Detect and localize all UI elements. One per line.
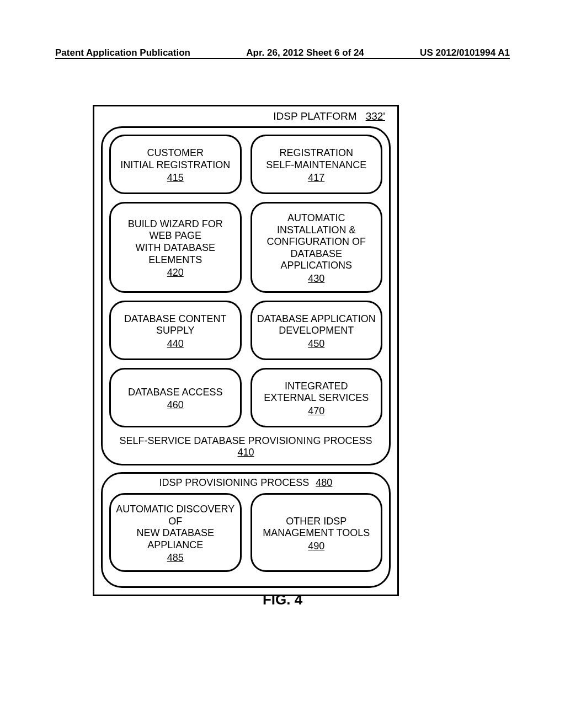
pub-type: Patent Application Publication bbox=[55, 47, 190, 58]
integrated-external-services-box: INTEGRATED EXTERNAL SERVICES 470 bbox=[250, 368, 383, 427]
box-ref: 485 bbox=[167, 552, 184, 564]
pub-number: US 2012/0101994 A1 bbox=[420, 47, 510, 58]
group2-row-0: AUTOMATIC DISCOVERY OF NEW DATABASE APPL… bbox=[109, 493, 382, 572]
box-label: AUTOMATIC DISCOVERY OF NEW DATABASE APPL… bbox=[115, 504, 236, 551]
database-access-box: DATABASE ACCESS 460 bbox=[109, 368, 242, 427]
group1-row-2: DATABASE CONTENT SUPPLY 440 DATABASE APP… bbox=[109, 301, 382, 360]
group1-row-1: BUILD WIZARD FOR WEB PAGE WITH DATABASE … bbox=[109, 202, 382, 293]
customer-initial-registration-box: CUSTOMER INITIAL REGISTRATION 415 bbox=[109, 135, 242, 194]
box-ref: 417 bbox=[308, 172, 324, 184]
date-sheet: Apr. 26, 2012 Sheet 6 of 24 bbox=[246, 47, 364, 58]
box-label: BUILD WIZARD FOR WEB PAGE WITH DATABASE … bbox=[115, 218, 236, 266]
idsp-provisioning-header: IDSP PROVISIONING PROCESS 480 bbox=[109, 477, 382, 489]
box-ref: 440 bbox=[167, 338, 184, 350]
box-ref: 415 bbox=[167, 172, 184, 184]
idsp-platform-diagram: IDSP PLATFORM 332' CUSTOMER INITIAL REGI… bbox=[93, 105, 399, 596]
box-ref: 460 bbox=[167, 399, 184, 411]
group1-row-0: CUSTOMER INITIAL REGISTRATION 415 REGIST… bbox=[109, 135, 382, 194]
idsp-provisioning-title: IDSP PROVISIONING PROCESS bbox=[159, 477, 310, 489]
self-service-group-ref: 410 bbox=[109, 447, 382, 458]
box-label: DATABASE CONTENT SUPPLY bbox=[124, 313, 226, 337]
self-service-group: CUSTOMER INITIAL REGISTRATION 415 REGIST… bbox=[101, 126, 391, 465]
box-ref: 420 bbox=[167, 267, 184, 279]
database-content-supply-box: DATABASE CONTENT SUPPLY 440 bbox=[109, 301, 242, 360]
platform-header: IDSP PLATFORM 332' bbox=[94, 106, 397, 126]
self-service-group-title: SELF-SERVICE DATABASE PROVISIONING PROCE… bbox=[109, 435, 382, 447]
box-ref: 430 bbox=[308, 273, 324, 285]
idsp-provisioning-ref: 480 bbox=[316, 477, 332, 489]
box-ref: 470 bbox=[308, 405, 324, 417]
header-divider bbox=[55, 58, 510, 59]
auto-install-config-box: AUTOMATIC INSTALLATION & CONFIGURATION O… bbox=[250, 202, 383, 293]
figure-caption: FIG. 4 bbox=[0, 591, 565, 608]
box-ref: 450 bbox=[308, 338, 324, 350]
platform-title: IDSP PLATFORM bbox=[273, 110, 356, 122]
box-label: INTEGRATED EXTERNAL SERVICES bbox=[264, 381, 369, 404]
box-label: OTHER IDSP MANAGEMENT TOOLS bbox=[263, 516, 370, 539]
registration-self-maintenance-box: REGISTRATION SELF-MAINTENANCE 417 bbox=[250, 135, 383, 194]
database-app-development-box: DATABASE APPLICATION DEVELOPMENT 450 bbox=[250, 301, 383, 360]
group1-row-3: DATABASE ACCESS 460 INTEGRATED EXTERNAL … bbox=[109, 368, 382, 427]
box-label: REGISTRATION SELF-MAINTENANCE bbox=[266, 147, 366, 171]
box-label: AUTOMATIC INSTALLATION & CONFIGURATION O… bbox=[257, 212, 377, 272]
build-wizard-box: BUILD WIZARD FOR WEB PAGE WITH DATABASE … bbox=[109, 202, 242, 293]
auto-discovery-appliance-box: AUTOMATIC DISCOVERY OF NEW DATABASE APPL… bbox=[109, 493, 242, 572]
page-header: Patent Application Publication Apr. 26, … bbox=[55, 47, 510, 58]
platform-ref: 332' bbox=[366, 110, 385, 122]
other-idsp-tools-box: OTHER IDSP MANAGEMENT TOOLS 490 bbox=[250, 493, 383, 572]
box-label: DATABASE ACCESS bbox=[128, 387, 222, 399]
box-ref: 490 bbox=[308, 540, 324, 552]
idsp-provisioning-group: IDSP PROVISIONING PROCESS 480 AUTOMATIC … bbox=[101, 472, 391, 588]
box-label: CUSTOMER INITIAL REGISTRATION bbox=[120, 147, 230, 171]
box-label: DATABASE APPLICATION DEVELOPMENT bbox=[257, 313, 376, 337]
